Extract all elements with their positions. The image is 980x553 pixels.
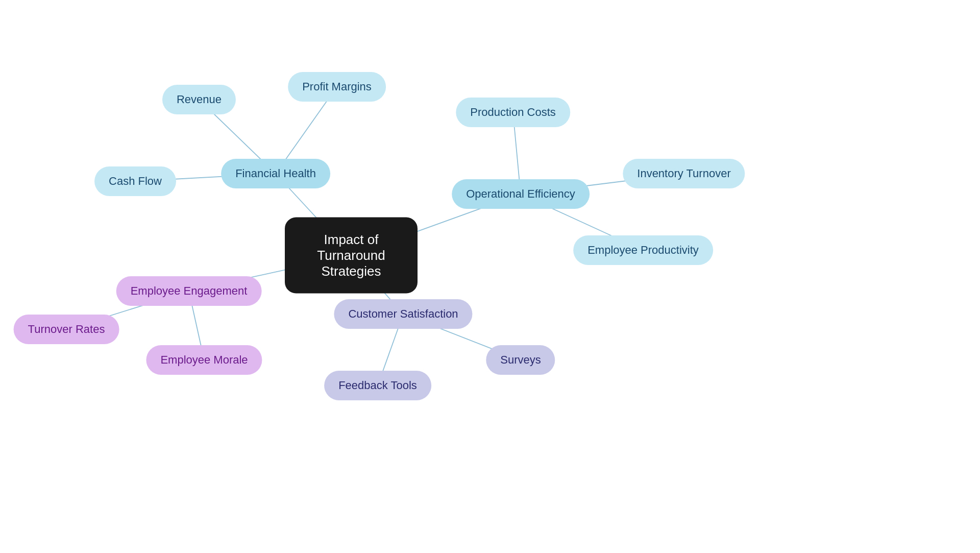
revenue-node[interactable]: Revenue — [162, 85, 236, 114]
operational-efficiency-label: Operational Efficiency — [466, 187, 575, 201]
customer-satisfaction-label: Customer Satisfaction — [348, 307, 458, 321]
cash-flow-node[interactable]: Cash Flow — [94, 166, 176, 196]
feedback-tools-node[interactable]: Feedback Tools — [324, 371, 431, 400]
turnover-rates-label: Turnover Rates — [28, 323, 105, 336]
production-costs-node[interactable]: Production Costs — [456, 98, 570, 127]
employee-engagement-label: Employee Engagement — [131, 284, 248, 298]
operational-efficiency-node[interactable]: Operational Efficiency — [452, 179, 590, 209]
feedback-tools-label: Feedback Tools — [338, 379, 417, 392]
surveys-label: Surveys — [500, 353, 541, 367]
inventory-turnover-node[interactable]: Inventory Turnover — [623, 159, 745, 188]
center-node[interactable]: Impact of TurnaroundStrategies — [285, 218, 418, 294]
revenue-label: Revenue — [177, 93, 222, 106]
employee-morale-label: Employee Morale — [160, 353, 248, 367]
profit-margins-node[interactable]: Profit Margins — [288, 72, 386, 102]
surveys-node[interactable]: Surveys — [486, 345, 555, 375]
employee-productivity-node[interactable]: Employee Productivity — [573, 235, 713, 265]
turnover-rates-node[interactable]: Turnover Rates — [14, 315, 119, 344]
inventory-turnover-label: Inventory Turnover — [637, 167, 730, 180]
profit-margins-label: Profit Margins — [302, 80, 372, 93]
employee-productivity-label: Employee Productivity — [587, 244, 699, 257]
center-label: Impact of TurnaroundStrategies — [301, 232, 401, 279]
financial-health-node[interactable]: Financial Health — [221, 159, 330, 188]
financial-health-label: Financial Health — [235, 167, 316, 180]
customer-satisfaction-node[interactable]: Customer Satisfaction — [334, 299, 472, 329]
production-costs-label: Production Costs — [470, 106, 556, 119]
employee-morale-node[interactable]: Employee Morale — [146, 345, 262, 375]
employee-engagement-node[interactable]: Employee Engagement — [116, 276, 262, 306]
cash-flow-label: Cash Flow — [109, 175, 162, 188]
